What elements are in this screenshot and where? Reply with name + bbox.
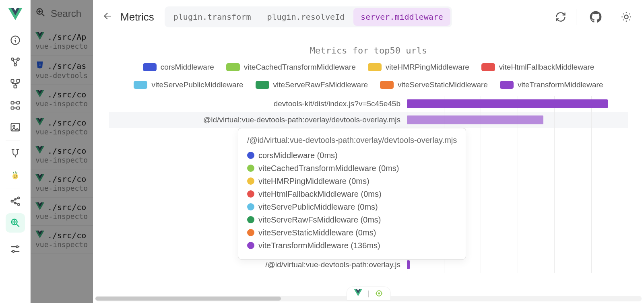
files-panel: ./src/Apvue-inspecto3./src/asvue-devtool… (31, 0, 93, 303)
file-title: ./src/co (47, 146, 86, 156)
chart-bar[interactable] (407, 260, 410, 269)
chart-legend: corsMiddlewareviteCachedTransformMiddlew… (127, 63, 610, 89)
timeline-icon[interactable] (6, 144, 25, 163)
legend-label: viteHMRPingMiddleware (386, 63, 469, 72)
file-title: ./src/co (47, 231, 86, 240)
chart-row[interactable]: devtools-kit/dist/index.js?v=5c45e45b (109, 96, 628, 112)
pinia-icon[interactable] (6, 165, 25, 185)
tooltip-row: viteCachedTransformMiddleware (0ms) (247, 162, 457, 175)
file-type-icon (35, 32, 44, 42)
file-title: ./src/Ap (47, 32, 86, 42)
file-subtitle: vue-inspecto (35, 128, 88, 136)
components-icon[interactable] (6, 52, 25, 72)
file-subtitle: vue-inspecto (35, 240, 88, 249)
tab-server-middleware[interactable]: server.middleware (353, 8, 450, 26)
graph-icon[interactable] (6, 192, 25, 211)
file-item[interactable]: ./src/Apvue-inspecto (31, 27, 93, 56)
file-item[interactable]: ./src/covue-inspecto (31, 198, 93, 226)
chart-row[interactable]: @id/virtual:vue-devtools-path:overlay/de… (109, 112, 628, 128)
chart-bar[interactable] (407, 99, 608, 108)
tooltip-row: viteHtmlFallbackMiddleware (0ms) (247, 188, 457, 200)
svg-point-26 (624, 15, 628, 19)
tooltip-row: viteHMRPingMiddleware (0ms) (247, 175, 457, 188)
inspect-icon[interactable] (6, 213, 25, 233)
vue-badge-icon (354, 289, 362, 299)
file-subtitle: vue-inspecto (35, 212, 88, 221)
iconbar (0, 0, 31, 303)
svg-point-14 (13, 175, 14, 176)
svg-point-12 (13, 125, 15, 127)
topbar: Metrics plugin.transformplugin.resolveId… (93, 0, 644, 34)
legend-label: viteTransformMiddleware (518, 80, 603, 89)
legend-item[interactable]: viteServePublicMiddleware (134, 80, 243, 89)
file-type-icon (35, 231, 44, 240)
legend-item[interactable]: viteHtmlFallbackMiddleware (481, 63, 594, 72)
file-item[interactable]: ./src/covue-inspecto (31, 169, 93, 198)
file-item[interactable]: ./src/covue-inspecto (31, 141, 93, 169)
legend-label: viteServeRawFsMiddleware (273, 80, 368, 89)
assets-icon[interactable] (6, 117, 25, 137)
file-type-icon (35, 174, 44, 184)
settings-icon[interactable] (6, 239, 25, 259)
legend-label: viteServePublicMiddleware (151, 80, 243, 89)
svg-point-15 (16, 175, 17, 176)
legend-item[interactable]: viteServeRawFsMiddleware (256, 80, 368, 89)
tooltip-row: corsMiddleware (0ms) (247, 149, 457, 162)
refresh-button[interactable] (553, 9, 569, 25)
file-title: ./src/as (47, 61, 86, 71)
svg-text:3: 3 (39, 63, 41, 66)
legend-item[interactable]: viteServeStaticMiddleware (380, 80, 488, 89)
legend-label: viteCachedTransformMiddleware (244, 63, 356, 72)
file-item[interactable]: ./src/covue-inspecto (31, 113, 93, 141)
file-type-icon: 3 (35, 60, 44, 71)
chart-row-label: devtools-kit/dist/index.js?v=5c45e45b (109, 99, 407, 108)
back-button[interactable] (103, 11, 113, 23)
tab-plugin-resolveId[interactable]: plugin.resolveId (260, 8, 352, 26)
file-type-icon (35, 146, 44, 156)
theme-toggle[interactable] (618, 9, 634, 25)
chart-title: Metrics for top50 urls (109, 45, 628, 56)
file-item[interactable]: 3./src/asvue-devtools (31, 56, 93, 85)
file-subtitle: vue-inspecto (35, 156, 88, 164)
svg-point-13 (12, 174, 18, 179)
file-type-icon (35, 90, 44, 99)
tree-icon[interactable] (6, 74, 25, 93)
file-subtitle: vue-devtools (35, 71, 88, 80)
tab-plugin-transform[interactable]: plugin.transform (166, 8, 258, 26)
chart-row-label: /@id/virtual:vue-devtools-path:overlay.j… (109, 260, 407, 269)
file-item[interactable]: ./src/covue-inspecto (31, 85, 93, 113)
file-subtitle: vue-inspecto (35, 99, 88, 108)
svg-point-23 (12, 251, 14, 253)
tooltip-row: viteTransformMiddleware (136ms) (247, 239, 457, 252)
legend-item[interactable]: corsMiddleware (143, 63, 214, 72)
file-title: ./src/co (47, 90, 86, 99)
chart-tooltip: /@id/virtual:vue-devtools-path:overlay/d… (238, 128, 466, 260)
file-title: ./src/co (47, 174, 86, 184)
svg-rect-5 (17, 80, 19, 82)
file-type-icon (35, 118, 44, 128)
file-type-icon (35, 202, 44, 212)
legend-label: viteServeStaticMiddleware (398, 80, 488, 89)
legend-item[interactable]: viteCachedTransformMiddleware (226, 63, 356, 72)
chart-bar[interactable] (407, 115, 543, 124)
page-title: Metrics (120, 11, 154, 23)
legend-label: viteHtmlFallbackMiddleware (499, 63, 594, 72)
svg-rect-6 (14, 85, 17, 88)
legend-item[interactable]: viteTransformMiddleware (500, 80, 603, 89)
metric-tabs: plugin.transformplugin.resolveIdserver.m… (165, 6, 452, 27)
tooltip-row: viteServePublicMiddleware (0ms) (247, 200, 457, 213)
main-panel: Metrics plugin.transformplugin.resolveId… (93, 0, 644, 303)
info-icon[interactable] (6, 31, 25, 50)
filter-icon[interactable] (35, 7, 47, 20)
file-title: ./src/co (47, 118, 86, 128)
file-subtitle: vue-inspecto (35, 42, 88, 50)
file-item[interactable]: ./src/covue-inspecto (31, 226, 93, 254)
tooltip-row: viteServeRawFsMiddleware (0ms) (247, 213, 457, 226)
tooltip-title: /@id/virtual:vue-devtools-path:overlay/d… (247, 136, 457, 145)
svg-point-22 (16, 246, 18, 248)
legend-item[interactable]: viteHMRPingMiddleware (368, 63, 469, 72)
github-link[interactable] (588, 9, 604, 25)
vue-logo (0, 0, 30, 28)
file-search-input[interactable] (51, 8, 83, 19)
routes-icon[interactable] (6, 96, 25, 115)
